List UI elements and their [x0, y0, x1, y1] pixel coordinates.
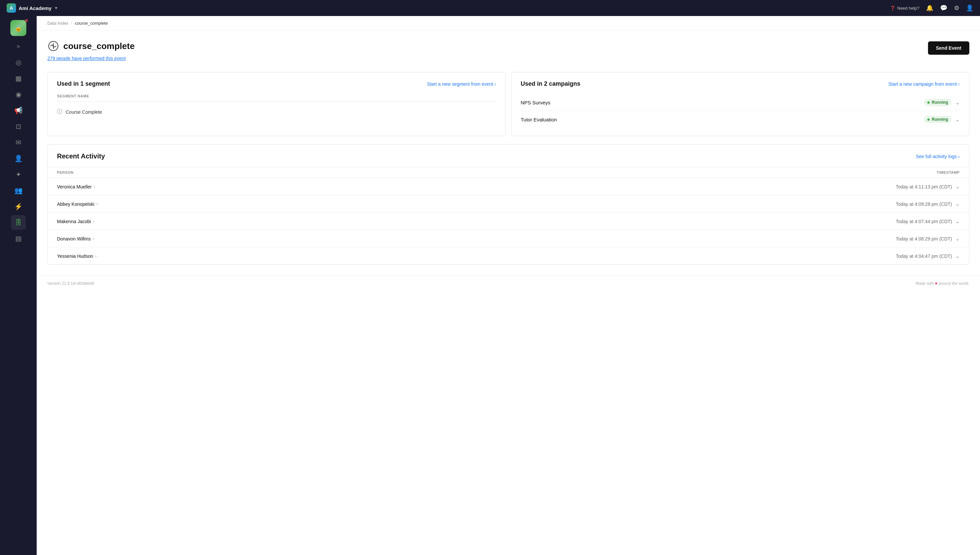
campaign-card-header: Used in 2 campaigns Start a new campaign…	[521, 80, 960, 87]
activity-link-label: See full activity logs	[916, 154, 957, 159]
help-label: Need help?	[897, 6, 920, 11]
segment-name: Course Complete	[66, 109, 102, 115]
campaign-expand-icon[interactable]: ⌄	[955, 99, 960, 106]
campaign-name: NPS Surveys	[521, 100, 550, 105]
help-button[interactable]: ❓ Need help?	[890, 6, 920, 11]
segment-item: ⓘ Course Complete	[57, 104, 496, 119]
terminal-icon: ⊡	[16, 122, 21, 130]
new-segment-link-arrow: ›	[494, 82, 496, 87]
timestamp-cell: Today at 4:11:13 pm (CDT) ⌄	[433, 178, 969, 196]
version-text: Version 21.9.18+80d9eb6f	[47, 281, 94, 286]
footer-suffix: around the world.	[938, 281, 969, 286]
sidebar-item-audience[interactable]: 👥	[11, 183, 26, 198]
people-icon: 👤	[14, 154, 23, 162]
sidebar-item-data-index[interactable]: 🗄	[11, 215, 26, 230]
app-name: Ami Academy	[19, 5, 52, 11]
footer-heart-icon: ♥	[935, 281, 938, 286]
timestamp-cell: Today at 4:09:28 pm (CDT) ⌄	[433, 196, 969, 213]
full-activity-logs-link[interactable]: See full activity logs ›	[916, 154, 960, 159]
app-logo[interactable]: A Ami Academy ▾	[7, 3, 57, 13]
sidebar-item-table[interactable]: ▤	[11, 231, 26, 246]
status-label: Running	[932, 100, 948, 105]
person-chevron-icon: ›	[93, 219, 94, 224]
logo-icon: A	[7, 3, 16, 13]
row-expand-icon[interactable]: ⌄	[955, 253, 960, 259]
person-chevron-icon: ›	[93, 236, 94, 241]
sidebar-item-people[interactable]: 👤	[11, 151, 26, 166]
sidebar-item-campaigns[interactable]: 📢	[11, 103, 26, 118]
table-row: Donavon Willms › Today at 4:06:29 pm (CD…	[48, 230, 969, 247]
campaign-right: Running ⌄	[924, 116, 960, 123]
data-index-icon: 🗄	[15, 219, 22, 226]
footer: Version 21.9.18+80d9eb6f Made with ♥ aro…	[37, 276, 980, 291]
breadcrumb-separator: /	[71, 21, 72, 26]
status-label: Running	[932, 117, 948, 122]
sidebar-collapse-button[interactable]: »	[14, 40, 23, 52]
sidebar-item-integrations[interactable]: ✦	[11, 167, 26, 182]
row-expand-icon[interactable]: ⌄	[955, 218, 960, 225]
footer-credit: Made with ♥ around the world.	[916, 281, 969, 286]
person-cell: Makenna Jacobi ›	[48, 213, 433, 230]
person-link[interactable]: Yessenia Hudson ›	[57, 253, 424, 259]
people-count[interactable]: 279 people have performed this event	[47, 55, 135, 61]
status-badge: Running	[924, 99, 951, 106]
table-row: Abbey Konopelski › Today at 4:09:28 pm (…	[48, 196, 969, 213]
timestamp-text: Today at 4:09:28 pm (CDT)	[896, 201, 952, 207]
page-title: course_complete	[63, 41, 135, 51]
notifications-icon[interactable]: 🔔	[926, 4, 933, 12]
page-title-area: course_complete 279 people have performe…	[47, 40, 135, 61]
person-link[interactable]: Donavon Willms ›	[57, 236, 424, 242]
page-title-row: course_complete	[47, 40, 135, 52]
activity-tbody: Veronica Mueller › Today at 4:11:13 pm (…	[48, 178, 969, 265]
breadcrumb: Data Index / course_complete	[37, 16, 980, 30]
analytics-icon: ▦	[15, 74, 22, 82]
person-link[interactable]: Makenna Jacobi ›	[57, 219, 424, 224]
profile-icon[interactable]: 👤	[966, 4, 973, 12]
people-count-link[interactable]: 279 people have performed this event	[47, 56, 126, 61]
sidebar-item-analytics[interactable]: ▦	[11, 71, 26, 86]
messages-icon[interactable]: 💬	[940, 4, 947, 12]
timestamp-text: Today at 4:06:29 pm (CDT)	[896, 236, 952, 242]
person-link[interactable]: Veronica Mueller ›	[57, 184, 424, 189]
settings-icon[interactable]: ⚙	[954, 4, 959, 12]
campaign-right: Running ⌄	[924, 99, 960, 106]
send-event-button[interactable]: Send Event	[928, 41, 969, 55]
new-campaign-link-label: Start a new campaign from event	[888, 82, 957, 87]
row-expand-icon[interactable]: ⌄	[955, 201, 960, 207]
timestamp-value: Today at 4:11:13 pm (CDT) ⌄	[442, 183, 960, 190]
campaign-card-title: Used in 2 campaigns	[521, 80, 580, 87]
new-segment-link[interactable]: Start a new segment from event ›	[427, 82, 496, 87]
table-row: Veronica Mueller › Today at 4:11:13 pm (…	[48, 178, 969, 196]
timestamp-value: Today at 4:04:47 pm (CDT) ⌄	[442, 253, 960, 259]
row-expand-icon[interactable]: ⌄	[955, 236, 960, 242]
sidebar-item-dashboard[interactable]: ◎	[11, 55, 26, 70]
person-chevron-icon: ›	[95, 254, 96, 258]
activity-title: Recent Activity	[57, 152, 105, 160]
segment-card-header: Used in 1 segment Start a new segment fr…	[57, 80, 496, 87]
row-expand-icon[interactable]: ⌄	[955, 183, 960, 190]
sidebar-item-terminal[interactable]: ⊡	[11, 119, 26, 134]
table-row: Makenna Jacobi › Today at 4:07:44 pm (CD…	[48, 213, 969, 230]
breadcrumb-parent[interactable]: Data Index	[47, 21, 68, 26]
sidebar-logo: 🔒 ✕	[10, 20, 26, 36]
campaigns-icon: 📢	[14, 106, 23, 114]
breadcrumb-current: course_complete	[75, 21, 108, 26]
campaign-expand-icon[interactable]: ⌄	[955, 116, 960, 123]
new-campaign-link-arrow: ›	[958, 82, 960, 87]
campaign-item: NPS Surveys Running ⌄	[521, 94, 960, 111]
person-name: Veronica Mueller	[57, 184, 92, 189]
person-link[interactable]: Abbey Konopelski ›	[57, 201, 424, 207]
status-badge: Running	[924, 116, 951, 123]
segment-card: Used in 1 segment Start a new segment fr…	[47, 72, 506, 136]
sidebar-item-targeting[interactable]: ◉	[11, 87, 26, 102]
segment-col-header: SEGMENT NAME	[57, 94, 496, 102]
cards-row: Used in 1 segment Start a new segment fr…	[37, 67, 980, 144]
activity-header: Recent Activity See full activity logs ›	[48, 144, 969, 167]
activity-link-arrow: ›	[958, 154, 960, 159]
sidebar-item-activity[interactable]: ⚡	[11, 199, 26, 214]
person-cell: Abbey Konopelski ›	[48, 196, 433, 213]
timestamp-cell: Today at 4:04:47 pm (CDT) ⌄	[433, 247, 969, 265]
segment-card-title: Used in 1 segment	[57, 80, 110, 87]
new-campaign-link[interactable]: Start a new campaign from event ›	[888, 82, 960, 87]
sidebar-item-inbox[interactable]: ✉	[11, 135, 26, 150]
